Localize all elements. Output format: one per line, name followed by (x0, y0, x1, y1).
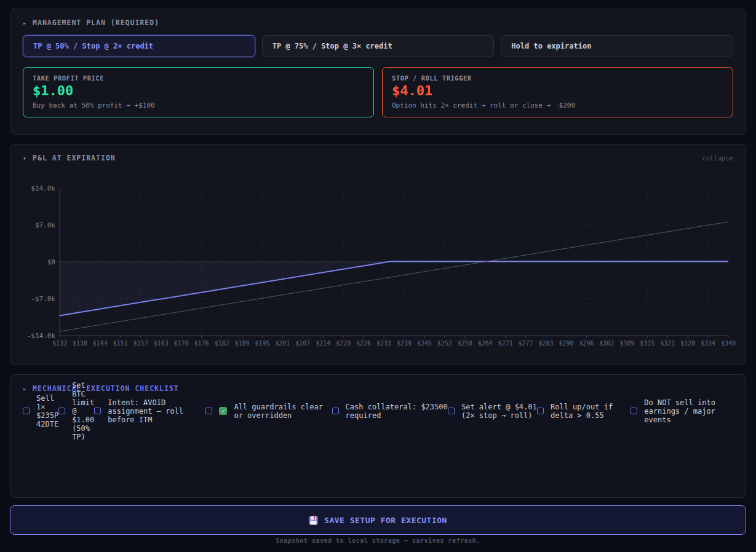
management-plan-header[interactable]: ▸ MANAGEMENT PLAN (REQUIRED) (23, 18, 733, 27)
svg-text:$214: $214 (316, 340, 330, 347)
checkbox[interactable] (448, 408, 455, 414)
svg-text:$176: $176 (194, 340, 209, 347)
checkbox[interactable] (332, 408, 339, 414)
checklist-title: MECHANICAL EXECUTION CHECKLIST (33, 384, 179, 393)
svg-text:$182: $182 (214, 340, 229, 347)
svg-text:$290: $290 (559, 340, 573, 347)
checklist-panel: ▸ MECHANICAL EXECUTION CHECKLIST Sell 1×… (10, 374, 746, 498)
checkbox[interactable] (631, 408, 637, 414)
svg-text:$7.0k: $7.0k (35, 221, 55, 229)
check-item-label: Intent: AVOID assignment — roll before I… (108, 398, 205, 424)
svg-text:-$7.0k: -$7.0k (31, 295, 55, 303)
check-item-label: Cash collateral: $23500 required (346, 403, 448, 420)
svg-text:$245: $245 (417, 340, 432, 347)
check-item-left-0[interactable]: Sell 1× $235P 42DTE (23, 401, 58, 421)
check-item-label: Set BTC limit @ $1.00 (50% TP) (72, 381, 94, 441)
svg-text:$271: $271 (498, 340, 513, 347)
pnl-panel: ▾ P&L AT EXPIRATION collapse $132$138$14… (10, 144, 746, 365)
checkbox[interactable] (23, 408, 30, 414)
floppy-disk-icon (309, 516, 318, 525)
management-plan-panel: ▸ MANAGEMENT PLAN (REQUIRED) TP @ 50% / … (10, 9, 746, 135)
svg-text:$163: $163 (154, 340, 169, 347)
green-check-icon: ✓ (219, 407, 227, 415)
svg-text:$296: $296 (579, 340, 594, 347)
check-item-right-0[interactable]: Cash collateral: $23500 required (332, 401, 448, 421)
plan-option-group: TP @ 50% / Stop @ 2× creditTP @ 75% / St… (23, 35, 733, 57)
svg-text:$321: $321 (660, 340, 675, 347)
plan-card-1: STOP / ROLL TRIGGER$4.01Option hits 2× c… (382, 67, 733, 117)
check-item-left-1[interactable]: Set BTC limit @ $1.00 (50% TP) (58, 401, 94, 421)
card-note: Option hits 2× credit → roll or close → … (392, 101, 723, 109)
svg-text:$189: $189 (234, 340, 249, 347)
chevron-right-icon: ▸ (23, 20, 27, 26)
management-plan-title: MANAGEMENT PLAN (REQUIRED) (33, 18, 159, 27)
svg-text:$220: $220 (336, 340, 351, 347)
checkbox[interactable] (537, 408, 544, 414)
svg-text:$309: $309 (619, 340, 634, 347)
check-item-right-3[interactable]: Do NOT sell into earnings / major events (631, 401, 733, 421)
card-label: STOP / ROLL TRIGGER (392, 74, 723, 82)
pnl-chart: $132$138$144$151$157$163$170$176$182$189… (10, 144, 746, 357)
checkbox[interactable] (94, 408, 101, 414)
check-item-left-2[interactable]: Intent: AVOID assignment — roll before I… (94, 401, 205, 421)
svg-text:$233: $233 (376, 340, 391, 347)
check-item-left-3[interactable]: ✓All guardrails clear or overridden (205, 401, 332, 421)
plan-option-0[interactable]: TP @ 50% / Stop @ 2× credit (23, 35, 255, 57)
svg-text:$151: $151 (113, 340, 128, 347)
check-item-label: Set alert @ $4.01 (2× stop → roll) (461, 403, 537, 420)
chevron-right-icon: ▸ (23, 385, 27, 392)
svg-text:$315: $315 (640, 340, 655, 347)
check-item-label: Sell 1× $235P 42DTE (36, 394, 58, 428)
plan-option-2[interactable]: Hold to expiration (501, 35, 733, 57)
svg-text:$144: $144 (93, 340, 108, 347)
svg-text:$226: $226 (356, 340, 371, 347)
save-setup-button[interactable]: SAVE SETUP FOR EXECUTION (10, 505, 746, 535)
check-item-right-1[interactable]: Set alert @ $4.01 (2× stop → roll) (448, 401, 537, 421)
checklist-header[interactable]: ▸ MECHANICAL EXECUTION CHECKLIST (23, 384, 733, 393)
svg-text:$283: $283 (538, 340, 553, 347)
svg-text:$334: $334 (701, 340, 715, 347)
svg-text:$252: $252 (437, 340, 452, 347)
svg-text:$258: $258 (458, 340, 472, 347)
checklist-grid: Sell 1× $235P 42DTESet BTC limit @ $1.00… (23, 401, 733, 421)
svg-text:-$14.0k: -$14.0k (27, 332, 56, 340)
svg-text:$170: $170 (174, 340, 189, 347)
svg-text:$132: $132 (52, 340, 67, 347)
card-note: Buy back at 50% profit → +$100 (33, 101, 364, 109)
svg-text:$157: $157 (133, 340, 148, 347)
save-setup-label: SAVE SETUP FOR EXECUTION (324, 516, 447, 525)
check-item-label: All guardrails clear or overridden (234, 403, 332, 420)
card-value: $1.00 (33, 84, 364, 98)
svg-text:$195: $195 (255, 340, 269, 347)
svg-text:$302: $302 (599, 340, 614, 347)
svg-text:$340: $340 (721, 340, 736, 347)
card-value: $4.01 (392, 84, 723, 98)
svg-text:$14.0k: $14.0k (31, 184, 55, 192)
card-label: TAKE PROFIT PRICE (33, 74, 364, 82)
svg-text:$0: $0 (47, 258, 55, 266)
svg-text:$264: $264 (478, 340, 493, 347)
checkbox[interactable] (58, 408, 65, 414)
check-item-right-2[interactable]: Roll up/out if delta > 0.55 (537, 401, 631, 421)
plan-option-1[interactable]: TP @ 75% / Stop @ 3× credit (262, 35, 495, 57)
svg-text:$328: $328 (680, 340, 695, 347)
checkbox[interactable] (205, 408, 212, 414)
plan-card-0: TAKE PROFIT PRICE$1.00Buy back at 50% pr… (23, 67, 374, 117)
plan-cards: TAKE PROFIT PRICE$1.00Buy back at 50% pr… (23, 67, 733, 117)
svg-text:$239: $239 (397, 340, 412, 347)
svg-text:$201: $201 (275, 340, 290, 347)
check-item-label: Roll up/out if delta > 0.55 (551, 403, 631, 420)
svg-text:$277: $277 (519, 340, 533, 347)
svg-text:$138: $138 (73, 340, 87, 347)
svg-text:$207: $207 (295, 340, 310, 347)
footer-note: Snapshot saved to local storage — surviv… (0, 537, 756, 544)
check-item-label: Do NOT sell into earnings / major events (644, 398, 733, 424)
